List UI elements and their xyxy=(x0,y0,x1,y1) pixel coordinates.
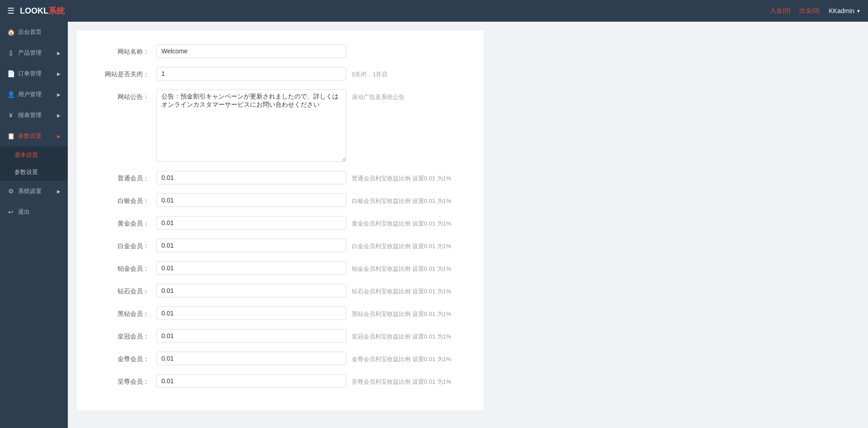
form-row-site-closed: 网站是否关闭： 0关闭，1开启 xyxy=(95,67,466,80)
sidebar-item-logout[interactable]: ↩ 退出 xyxy=(0,202,68,222)
label-site-closed: 网站是否关闭： xyxy=(95,67,149,79)
sidebar-label-product: 产品管理 xyxy=(18,49,42,57)
sidebar-item-dashboard[interactable]: 🏠 后台首页 xyxy=(0,22,68,42)
hint-member-pgold: 铂金会员利宝收益比例 设置0.01 为1% xyxy=(352,261,451,273)
header: ☰ LOOKL系统 入金(0) 出金(0) KKadmin xyxy=(0,0,868,22)
hint-member-normal: 普通会员利宝收益比例 设置0.01 为1% xyxy=(352,171,451,183)
hint-member-diamond: 钻石会员利宝收益比例 设置0.01 为1% xyxy=(352,284,451,296)
control-site-name xyxy=(156,44,466,58)
control-member-platinum: 白金会员利宝收益比例 设置0.01 为1% xyxy=(156,239,466,252)
sidebar-label-logout: 退出 xyxy=(18,208,30,216)
control-member-golden-supreme: 金尊会员利宝收益比例 设置0.01 为1% xyxy=(156,352,466,365)
form-row-member-black-diamond: 黑钻会员： 黑钻会员利宝收益比例 设置0.01 为1% xyxy=(95,306,466,320)
form-row-member-pgold: 铂金会员： 铂金会员利宝收益比例 设置0.01 为1% xyxy=(95,261,466,275)
user-icon: 👤 xyxy=(7,91,14,98)
hint-member-silver: 白银会员利宝收益比例 设置0.01 为1% xyxy=(352,193,451,205)
input-member-normal[interactable] xyxy=(156,171,346,184)
control-member-black-diamond: 黑钻会员利宝收益比例 设置0.01 为1% xyxy=(156,306,466,320)
label-site-notice: 网站公告： xyxy=(95,89,149,101)
input-member-crown[interactable] xyxy=(156,329,346,343)
control-site-notice: 公告：預金割引キャンペーンが更新されましたので、詳しくはオンラインカスタマーサー… xyxy=(156,89,466,162)
label-member-crown: 皇冠会员： xyxy=(95,329,149,341)
form-row-member-crown: 皇冠会员： 皇冠会员利宝收益比例 设置0.01 为1% xyxy=(95,329,466,343)
sidebar-item-params[interactable]: 📋 参数设置 ▶ xyxy=(0,126,68,146)
header-right: 入金(0) 出金(0) KKadmin xyxy=(770,7,861,15)
label-member-pgold: 铂金会员： xyxy=(95,261,149,273)
sidebar-label-system: 系统设置 xyxy=(18,187,42,195)
chevron-right-icon2: ▶ xyxy=(57,71,61,76)
control-member-crown: 皇冠会员利宝收益比例 设置0.01 为1% xyxy=(156,329,466,343)
deposit-link[interactable]: 入金(0) xyxy=(770,7,790,15)
form-row-site-name: 网站名称： xyxy=(95,44,466,58)
input-member-gold[interactable] xyxy=(156,216,346,230)
input-member-platinum[interactable] xyxy=(156,239,346,252)
form-row-member-supreme: 至尊会员： 至尊会员利宝收益比例 设置0.01 为1% xyxy=(95,374,466,388)
user-menu[interactable]: KKadmin xyxy=(829,7,861,14)
sidebar-item-user[interactable]: 👤 用户管理 ▶ xyxy=(0,84,68,105)
hint-member-platinum: 白金会员利宝收益比例 设置0.01 为1% xyxy=(352,239,451,250)
sidebar-item-system[interactable]: ⚙ 系统设置 ▶ xyxy=(0,181,68,202)
label-member-normal: 普通会员： xyxy=(95,171,149,183)
sidebar-label-params: 参数设置 xyxy=(18,132,42,140)
logo-suffix: 系统 xyxy=(48,6,65,15)
input-member-silver[interactable] xyxy=(156,193,346,207)
label-member-diamond: 钻石会员： xyxy=(95,284,149,296)
label-member-black-diamond: 黑钻会员： xyxy=(95,306,149,318)
form-row-member-gold: 黄金会员： 黄金会员利宝收益比例 设置0.01 为1% xyxy=(95,216,466,230)
hint-member-black-diamond: 黑钻会员利宝收益比例 设置0.01 为1% xyxy=(352,306,451,318)
sidebar-label-dashboard: 后台首页 xyxy=(18,28,42,36)
control-member-supreme: 至尊会员利宝收益比例 设置0.01 为1% xyxy=(156,374,466,388)
sidebar-label-order: 订单管理 xyxy=(18,70,42,78)
control-member-gold: 黄金会员利宝收益比例 设置0.01 为1% xyxy=(156,216,466,230)
hint-member-crown: 皇冠会员利宝收益比例 设置0.01 为1% xyxy=(352,329,451,341)
input-site-name[interactable] xyxy=(156,44,346,58)
sidebar-label-user: 用户管理 xyxy=(18,90,42,99)
main-layout: 🏠 后台首页 ₿ 产品管理 ▶ 📄 订单管理 ▶ 👤 用户管理 ▶ ¥ 报表管理… xyxy=(0,22,868,428)
system-icon: ⚙ xyxy=(7,188,14,195)
content-area: 网站名称： 网站是否关闭： 0关闭，1开启 网站公告： 公告：預金割引キャンペー… xyxy=(68,22,868,428)
chevron-right-icon: ▶ xyxy=(57,51,61,56)
sidebar-sub-item-basic[interactable]: 基本设置 xyxy=(0,146,68,164)
logo: LOOKL系统 xyxy=(20,5,65,16)
control-member-normal: 普通会员利宝收益比例 设置0.01 为1% xyxy=(156,171,466,184)
form-card: 网站名称： 网站是否关闭： 0关闭，1开启 网站公告： 公告：預金割引キャンペー… xyxy=(77,31,484,410)
input-member-pgold[interactable] xyxy=(156,261,346,275)
form-row-site-notice: 网站公告： 公告：預金割引キャンペーンが更新されましたので、詳しくはオンラインカ… xyxy=(95,89,466,162)
withdraw-link[interactable]: 出金(0) xyxy=(799,7,820,15)
hint-site-notice: 滚动广告及系统公告 xyxy=(352,89,405,101)
logout-icon: ↩ xyxy=(7,208,14,216)
chevron-right-icon6: ▶ xyxy=(57,189,61,194)
hint-member-golden-supreme: 金尊会员利宝收益比例 设置0.01 为1% xyxy=(352,352,451,363)
control-member-diamond: 钻石会员利宝收益比例 设置0.01 为1% xyxy=(156,284,466,297)
control-site-closed: 0关闭，1开启 xyxy=(156,67,466,80)
form-row-member-platinum: 白金会员： 白金会员利宝收益比例 设置0.01 为1% xyxy=(95,239,466,252)
input-member-black-diamond[interactable] xyxy=(156,306,346,320)
sidebar-item-order[interactable]: 📄 订单管理 ▶ xyxy=(0,63,68,84)
product-icon: ₿ xyxy=(7,49,14,56)
input-member-golden-supreme[interactable] xyxy=(156,352,346,365)
control-member-pgold: 铂金会员利宝收益比例 设置0.01 为1% xyxy=(156,261,466,275)
hint-member-supreme: 至尊会员利宝收益比例 设置0.01 为1% xyxy=(352,374,451,386)
menu-icon[interactable]: ☰ xyxy=(7,6,14,16)
order-icon: 📄 xyxy=(7,70,14,77)
dashboard-icon: 🏠 xyxy=(7,28,14,36)
form-row-member-normal: 普通会员： 普通会员利宝收益比例 设置0.01 为1% xyxy=(95,171,466,184)
form-row-member-diamond: 钻石会员： 钻石会员利宝收益比例 设置0.01 为1% xyxy=(95,284,466,297)
header-left: ☰ LOOKL系统 xyxy=(7,5,65,16)
form-row-member-silver: 白银会员： 白银会员利宝收益比例 设置0.01 为1% xyxy=(95,193,466,207)
report-icon: ¥ xyxy=(7,112,14,119)
sidebar-sub-item-params-setting[interactable]: 参数设置 xyxy=(0,164,68,181)
input-member-supreme[interactable] xyxy=(156,374,346,388)
control-member-silver: 白银会员利宝收益比例 设置0.01 为1% xyxy=(156,193,466,207)
input-site-closed[interactable] xyxy=(156,67,346,80)
sidebar: 🏠 后台首页 ₿ 产品管理 ▶ 📄 订单管理 ▶ 👤 用户管理 ▶ ¥ 报表管理… xyxy=(0,22,68,428)
textarea-site-notice[interactable]: 公告：預金割引キャンペーンが更新されましたので、詳しくはオンラインカスタマーサー… xyxy=(156,89,346,162)
sidebar-item-report[interactable]: ¥ 报表管理 ▶ xyxy=(0,105,68,126)
input-member-diamond[interactable] xyxy=(156,284,346,297)
chevron-right-icon5: ▶ xyxy=(57,134,61,139)
label-member-gold: 黄金会员： xyxy=(95,216,149,228)
sidebar-item-product[interactable]: ₿ 产品管理 ▶ xyxy=(0,42,68,63)
hint-member-gold: 黄金会员利宝收益比例 设置0.01 为1% xyxy=(352,216,451,228)
label-member-platinum: 白金会员： xyxy=(95,239,149,250)
form-row-member-golden-supreme: 金尊会员： 金尊会员利宝收益比例 设置0.01 为1% xyxy=(95,352,466,365)
